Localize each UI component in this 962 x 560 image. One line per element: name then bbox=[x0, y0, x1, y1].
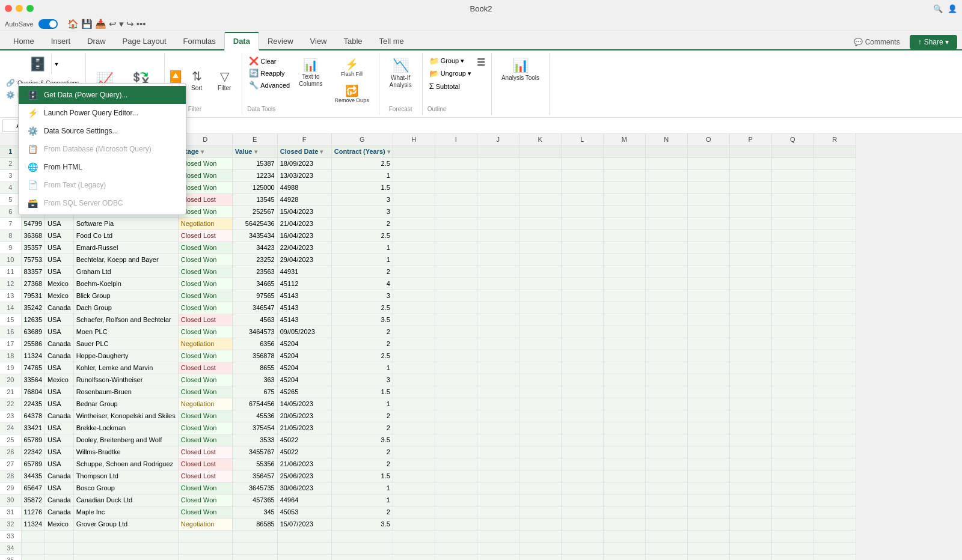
cell-company[interactable]: Boehm-Koelpin bbox=[73, 278, 178, 290]
empty-cell[interactable] bbox=[645, 230, 687, 242]
empty-cell[interactable] bbox=[729, 518, 771, 530]
cell-contract[interactable]: 2.5 bbox=[331, 230, 393, 242]
empty-cell[interactable] bbox=[561, 242, 603, 254]
cell-company[interactable]: Graham Ltd bbox=[73, 266, 178, 278]
empty-cell[interactable] bbox=[477, 266, 519, 278]
cell-value[interactable]: 23563 bbox=[232, 266, 277, 278]
empty-cell[interactable] bbox=[561, 386, 603, 398]
empty-cell[interactable] bbox=[477, 422, 519, 434]
empty-cell[interactable] bbox=[435, 326, 477, 338]
cell-stage[interactable]: Closed Lost bbox=[178, 470, 232, 482]
empty-cell[interactable] bbox=[477, 278, 519, 290]
cell-stage[interactable]: Closed Won bbox=[178, 482, 232, 494]
empty-cell[interactable] bbox=[645, 181, 687, 193]
empty-cell[interactable] bbox=[645, 193, 687, 205]
empty-cell[interactable] bbox=[603, 145, 645, 157]
cell-contract[interactable]: 1 bbox=[331, 242, 393, 254]
empty-cell[interactable] bbox=[729, 470, 771, 482]
empty-cell[interactable] bbox=[603, 554, 645, 560]
cell-contract[interactable]: 1 bbox=[331, 482, 393, 494]
empty-cell[interactable] bbox=[435, 230, 477, 242]
empty-cell[interactable] bbox=[645, 302, 687, 314]
empty-cell[interactable] bbox=[729, 422, 771, 434]
empty-cell[interactable] bbox=[645, 157, 687, 169]
table-row[interactable]: 35 bbox=[0, 554, 856, 560]
empty-cell[interactable] bbox=[435, 386, 477, 398]
close-button[interactable] bbox=[5, 5, 12, 12]
table-row[interactable]: 2433421USABrekke-LockmanClosed Won375454… bbox=[0, 422, 856, 434]
cell-id[interactable]: 79531 bbox=[21, 290, 45, 302]
cell-closed-date[interactable]: 18/09/2023 bbox=[277, 157, 331, 169]
empty-cell[interactable] bbox=[393, 157, 435, 169]
cell-contract[interactable]: 3 bbox=[331, 193, 393, 205]
cell-value[interactable]: 12234 bbox=[232, 169, 277, 181]
cell-closed-date[interactable]: 44931 bbox=[277, 266, 331, 278]
cell-contract[interactable]: 1.5 bbox=[331, 386, 393, 398]
tab-page-layout[interactable]: Page Layout bbox=[114, 33, 175, 49]
empty-cell[interactable] bbox=[645, 169, 687, 181]
cell-closed-date[interactable]: 15/07/2023 bbox=[277, 518, 331, 530]
empty-cell[interactable] bbox=[561, 506, 603, 518]
empty-cell[interactable] bbox=[519, 434, 561, 446]
empty-cell[interactable] bbox=[771, 362, 813, 374]
cell-value[interactable]: 34665 bbox=[232, 278, 277, 290]
empty-cell[interactable] bbox=[813, 494, 856, 506]
empty-cell[interactable] bbox=[771, 434, 813, 446]
table-row[interactable]: 3035872CanadaCanadian Duck LtdClosed Won… bbox=[0, 494, 856, 506]
empty-cell[interactable] bbox=[687, 242, 729, 254]
empty-cell[interactable] bbox=[519, 542, 561, 554]
redo-icon[interactable]: ↪ bbox=[126, 19, 134, 29]
empty-cell[interactable] bbox=[393, 446, 435, 458]
empty-cell[interactable] bbox=[519, 266, 561, 278]
empty-cell[interactable] bbox=[771, 542, 813, 554]
empty-cell[interactable] bbox=[729, 530, 771, 542]
empty-cell[interactable] bbox=[393, 181, 435, 193]
empty-cell[interactable] bbox=[519, 218, 561, 230]
empty-cell[interactable] bbox=[687, 410, 729, 422]
empty-cell[interactable] bbox=[603, 458, 645, 470]
empty-cell[interactable] bbox=[729, 398, 771, 410]
cell-stage[interactable]: Closed Lost bbox=[178, 446, 232, 458]
cell-stage[interactable]: Negotiation bbox=[178, 518, 232, 530]
empty-cell[interactable] bbox=[729, 145, 771, 157]
cell-value[interactable] bbox=[232, 542, 277, 554]
empty-cell[interactable] bbox=[435, 157, 477, 169]
empty-cell[interactable] bbox=[435, 422, 477, 434]
cell-id[interactable]: 75753 bbox=[21, 254, 45, 266]
empty-cell[interactable] bbox=[645, 410, 687, 422]
empty-cell[interactable] bbox=[687, 398, 729, 410]
empty-cell[interactable] bbox=[771, 254, 813, 266]
cell-value[interactable]: 97565 bbox=[232, 290, 277, 302]
empty-cell[interactable] bbox=[519, 350, 561, 362]
empty-cell[interactable] bbox=[477, 193, 519, 205]
cell-company[interactable]: Bednar Group bbox=[73, 398, 178, 410]
empty-cell[interactable] bbox=[561, 434, 603, 446]
table-row[interactable]: 1725586CanadaSauer PLCNegotiation6356452… bbox=[0, 338, 856, 350]
empty-cell[interactable] bbox=[813, 542, 856, 554]
empty-cell[interactable] bbox=[603, 314, 645, 326]
cell-value[interactable]: 457365 bbox=[232, 494, 277, 506]
from-html-item[interactable]: 🌐 From HTML bbox=[19, 158, 186, 176]
empty-cell[interactable] bbox=[519, 482, 561, 494]
empty-cell[interactable] bbox=[561, 266, 603, 278]
empty-cell[interactable] bbox=[603, 350, 645, 362]
empty-cell[interactable] bbox=[603, 326, 645, 338]
col-header-p[interactable]: P bbox=[729, 133, 771, 145]
empty-cell[interactable] bbox=[561, 350, 603, 362]
empty-cell[interactable] bbox=[813, 482, 856, 494]
empty-cell[interactable] bbox=[393, 482, 435, 494]
empty-cell[interactable] bbox=[561, 482, 603, 494]
empty-cell[interactable] bbox=[645, 205, 687, 218]
tab-formulas[interactable]: Formulas bbox=[175, 33, 224, 49]
empty-cell[interactable] bbox=[561, 254, 603, 266]
empty-cell[interactable] bbox=[687, 278, 729, 290]
cell-closed-date[interactable]: 45053 bbox=[277, 506, 331, 518]
empty-cell[interactable] bbox=[813, 302, 856, 314]
cell-closed-date[interactable]: 29/04/2023 bbox=[277, 254, 331, 266]
table-row[interactable]: 2033564MexicoRunolfsson-WintheiserClosed… bbox=[0, 374, 856, 386]
cell-stage[interactable]: Closed Won bbox=[178, 386, 232, 398]
tab-view[interactable]: View bbox=[302, 33, 335, 49]
empty-cell[interactable] bbox=[519, 458, 561, 470]
empty-cell[interactable] bbox=[477, 205, 519, 218]
empty-cell[interactable] bbox=[645, 530, 687, 542]
